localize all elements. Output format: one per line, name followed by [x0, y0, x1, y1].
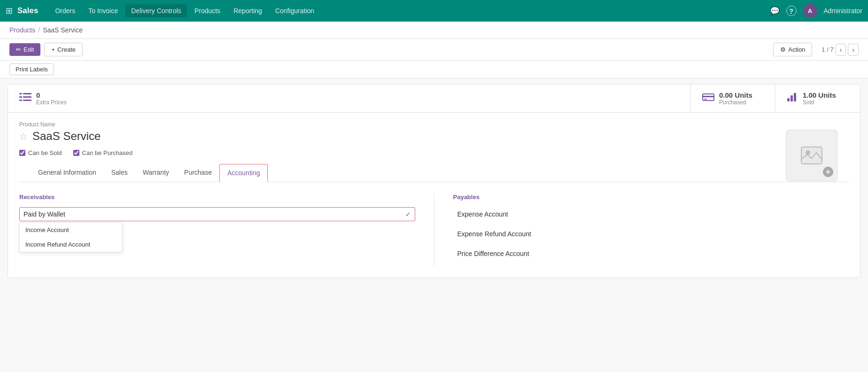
- paid-by-wallet-field: Paid by Wallet ✓ Income Account Income R…: [19, 207, 415, 252]
- dropdown-income-account[interactable]: Income Account: [20, 223, 122, 237]
- svg-rect-3: [23, 96, 31, 98]
- stat-units-purchased-text: 0.00 Units Purchased: [719, 91, 752, 106]
- help-icon[interactable]: ?: [786, 6, 797, 16]
- svg-rect-5: [23, 100, 31, 101]
- tab-sales[interactable]: Sales: [104, 164, 135, 182]
- checkmark-icon: ✓: [405, 210, 411, 218]
- tab-warranty[interactable]: Warranty: [135, 164, 177, 182]
- page-info: 1 / 7: [822, 46, 833, 53]
- paid-by-wallet-dropdown[interactable]: Income Account Income Refund Account: [19, 222, 123, 252]
- stat-units-sold-text: 1.00 Units Sold: [803, 91, 836, 106]
- topnav-right: 💬 ? A Administrator: [770, 4, 862, 18]
- price-difference-account-value[interactable]: Price Difference Account: [453, 247, 849, 261]
- nav-configuration[interactable]: Configuration: [270, 4, 320, 17]
- star-icon[interactable]: ☆: [19, 131, 28, 142]
- column-divider: [434, 194, 434, 266]
- expense-refund-account-value[interactable]: Expense Refund Account: [453, 227, 849, 241]
- nav-delivery-controls[interactable]: Delivery Controls: [125, 4, 187, 17]
- action-button[interactable]: ⚙ Action: [773, 43, 812, 56]
- checkboxes-row: Can be Sold Can be Purchased: [19, 149, 849, 156]
- stat-extra-prices-label: Extra Prices: [36, 99, 67, 106]
- nav-orders[interactable]: Orders: [49, 4, 81, 17]
- top-menu: Orders To Invoice Delivery Controls Prod…: [49, 4, 769, 17]
- breadcrumb-parent[interactable]: Products: [9, 26, 35, 34]
- tab-purchase[interactable]: Purchase: [177, 164, 219, 182]
- svg-rect-2: [19, 96, 22, 98]
- product-title-row: ☆ SaaS Service: [19, 130, 849, 143]
- price-difference-account-field: Price Difference Account: [453, 247, 849, 261]
- svg-rect-0: [19, 93, 22, 94]
- avatar[interactable]: A: [803, 4, 817, 18]
- stat-extra-prices-text: 0 Extra Prices: [36, 91, 67, 106]
- svg-rect-7: [703, 96, 714, 97]
- svg-rect-4: [19, 100, 22, 101]
- bar-chart-icon: [787, 93, 798, 105]
- top-navigation: ⊞ Sales Orders To Invoice Delivery Contr…: [0, 0, 868, 22]
- payables-column: Payables Expense Account Expense Refund …: [453, 194, 849, 266]
- print-labels-button[interactable]: Print Labels: [9, 63, 54, 75]
- list-icon: [19, 93, 31, 105]
- product-name-label: Product Name: [19, 121, 849, 128]
- expense-account-value[interactable]: Expense Account: [453, 207, 849, 221]
- stat-units-sold[interactable]: 1.00 Units Sold: [775, 85, 860, 112]
- can-be-purchased-checkbox[interactable]: Can be Purchased: [73, 149, 133, 156]
- product-title: SaaS Service: [32, 130, 101, 143]
- app-name: Sales: [17, 6, 38, 16]
- next-record-button[interactable]: ›: [848, 44, 859, 56]
- product-section-inner: Product Name ☆ SaaS Service Can be Sold …: [19, 121, 849, 156]
- stats-row: 0 Extra Prices 0.00 Units Purchased: [8, 85, 860, 113]
- print-bar: Print Labels: [0, 61, 868, 78]
- stat-units-sold-label: Sold: [803, 99, 836, 106]
- gear-icon: ⚙: [780, 46, 786, 53]
- breadcrumb: Products / SaaS Service: [0, 22, 868, 39]
- chat-icon[interactable]: 💬: [770, 6, 780, 16]
- svg-rect-10: [790, 95, 793, 101]
- record-navigation: 1 / 7 ‹ ›: [822, 44, 859, 56]
- stat-extra-prices[interactable]: 0 Extra Prices: [8, 85, 691, 112]
- stat-extra-prices-value: 0: [36, 91, 67, 99]
- action-bar: ✏ Edit + Create ⚙ Action 1 / 7 ‹ ›: [0, 39, 868, 61]
- svg-rect-8: [704, 99, 707, 100]
- svg-point-13: [806, 150, 810, 155]
- payables-title: Payables: [453, 194, 849, 201]
- tab-accounting[interactable]: Accounting: [219, 164, 268, 182]
- can-be-sold-checkbox[interactable]: Can be Sold: [19, 149, 62, 156]
- main-content: 0 Extra Prices 0.00 Units Purchased: [8, 84, 860, 278]
- stat-units-purchased-value: 0.00 Units: [719, 91, 752, 99]
- breadcrumb-current: SaaS Service: [43, 26, 83, 34]
- accounting-tab-content: Receivables Paid by Wallet ✓ Income Acco…: [8, 182, 860, 278]
- paid-by-wallet-value[interactable]: Paid by Wallet ✓: [19, 207, 415, 221]
- stat-units-purchased-label: Purchased: [719, 99, 752, 106]
- credit-card-icon: [702, 93, 714, 105]
- tabs-row: General Information Sales Warranty Purch…: [19, 164, 849, 182]
- receivables-column: Receivables Paid by Wallet ✓ Income Acco…: [19, 194, 415, 266]
- product-image[interactable]: +: [786, 130, 837, 181]
- tab-general-information[interactable]: General Information: [31, 164, 104, 182]
- product-section: Product Name ☆ SaaS Service Can be Sold …: [8, 113, 860, 182]
- dropdown-income-refund-account[interactable]: Income Refund Account: [20, 237, 122, 252]
- expense-account-field: Expense Account: [453, 207, 849, 221]
- breadcrumb-separator: /: [38, 26, 40, 34]
- svg-rect-9: [787, 98, 790, 101]
- edit-icon: ✏: [16, 46, 21, 53]
- nav-to-invoice[interactable]: To Invoice: [83, 4, 124, 17]
- nav-products[interactable]: Products: [189, 4, 226, 17]
- accounting-columns: Receivables Paid by Wallet ✓ Income Acco…: [19, 194, 849, 266]
- receivables-title: Receivables: [19, 194, 415, 201]
- stat-units-sold-value: 1.00 Units: [803, 91, 836, 99]
- username: Administrator: [824, 7, 862, 15]
- stat-units-purchased[interactable]: 0.00 Units Purchased: [691, 85, 775, 112]
- expense-refund-account-field: Expense Refund Account: [453, 227, 849, 241]
- create-button[interactable]: + Create: [44, 43, 83, 56]
- grid-icon[interactable]: ⊞: [6, 6, 13, 16]
- plus-icon: +: [51, 46, 55, 53]
- prev-record-button[interactable]: ‹: [836, 44, 846, 56]
- edit-button[interactable]: ✏ Edit: [9, 43, 40, 56]
- svg-rect-1: [23, 93, 31, 94]
- svg-rect-11: [794, 93, 796, 101]
- nav-reporting[interactable]: Reporting: [228, 4, 268, 17]
